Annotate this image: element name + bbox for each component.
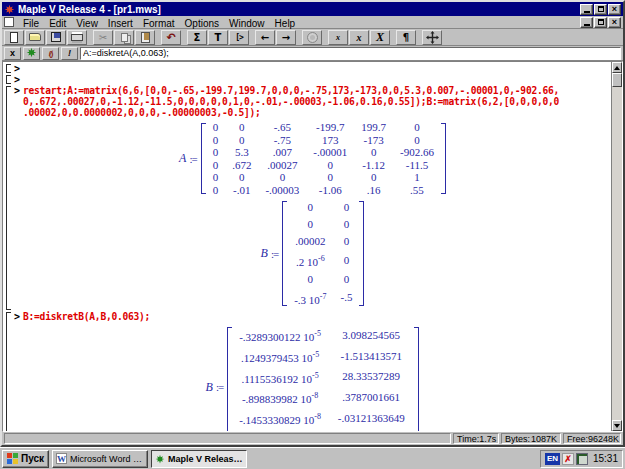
matrix-cell: .007 <box>258 146 306 159</box>
taskbar-item-maple[interactable]: Maple V Release 4 - [... <box>151 450 247 468</box>
zoom-large-button[interactable]: X <box>370 30 390 45</box>
prev-group-button[interactable]: ← <box>255 30 275 45</box>
menubar: FileEditViewInsertFormatOptionsWindowHel… <box>2 16 623 29</box>
matrix-cell: 0 <box>354 171 393 184</box>
matrix-row: .1249379453 10-5-1.513413571 <box>232 346 414 367</box>
taskbar-item-word[interactable]: W Microsoft Word - CCO <box>52 450 148 468</box>
matrix-row: -.1374973116 10-7-.004971301410 <box>232 429 414 431</box>
document-icon[interactable] <box>4 17 14 27</box>
worksheet[interactable]: >>>restart;A:=matrix(6,6,[0,0,-.65,-199.… <box>3 62 611 431</box>
open-button[interactable] <box>25 30 45 45</box>
scroll-up-button[interactable] <box>612 62 622 73</box>
menu-format[interactable]: Format <box>138 18 180 29</box>
menu-edit[interactable]: Edit <box>44 18 71 29</box>
menu-view[interactable]: View <box>71 18 103 29</box>
matrix-cell: -.004971301410 <box>328 429 414 431</box>
next-group-button[interactable]: → <box>276 30 296 45</box>
zoom-medium-button[interactable]: x <box>349 30 369 45</box>
expression-input[interactable] <box>80 47 621 60</box>
child-close-button[interactable]: × <box>608 17 621 28</box>
scroll-thumb[interactable] <box>612 73 622 87</box>
execute-button[interactable]: ! <box>61 47 78 60</box>
matrix-row: .000020 <box>287 233 359 250</box>
keyboard-layout-icon[interactable] <box>576 453 588 465</box>
exclamation-icon: ! <box>68 48 71 58</box>
show-marks-button[interactable]: ¶ <box>396 30 416 45</box>
task-label: Maple V Release 4 - [... <box>168 454 243 464</box>
matrix-cell: -.3289300122 10-5 <box>232 325 328 346</box>
print-button[interactable] <box>67 30 87 45</box>
start-button[interactable]: Пуск <box>2 450 49 468</box>
child-restore-button[interactable] <box>594 17 607 28</box>
close-button[interactable]: × <box>608 4 621 15</box>
execution-group: >restart;A:=matrix(6,6,[0,0,-.65,-199.7,… <box>5 85 611 311</box>
matrix-cell: 173 <box>306 134 354 147</box>
child-minimize-button[interactable] <box>580 17 593 28</box>
menu-insert[interactable]: Insert <box>103 18 138 29</box>
vertical-scrollbar[interactable] <box>611 62 622 431</box>
matrix-cell: -.5 <box>334 288 360 309</box>
input-prompt: > <box>14 74 20 85</box>
new-button[interactable] <box>4 30 24 45</box>
execution-group: > <box>5 74 611 85</box>
matrix-cell: 0 <box>206 134 226 147</box>
down-arrow-icon <box>614 424 620 428</box>
maple-input-button[interactable]: [> <box>229 30 249 45</box>
matrix-cell: -.3 10-7 <box>287 288 333 309</box>
restore-button[interactable] <box>594 4 607 15</box>
maple-window: Maple V Release 4 - [pr1.mws] × FileEdit… <box>0 0 625 447</box>
matrix-cell: -.03121363649 <box>328 408 414 429</box>
menu-options[interactable]: Options <box>180 18 224 29</box>
matrix-cell: -.1374973116 10-7 <box>232 429 328 431</box>
matrix-cell: -199.7 <box>306 121 354 134</box>
save-button[interactable] <box>46 30 66 45</box>
scroll-down-button[interactable] <box>612 420 622 431</box>
scroll-trough[interactable] <box>612 87 622 420</box>
sum-button[interactable]: Σ <box>187 30 207 45</box>
standard-math-button[interactable]: (∕) <box>42 47 59 60</box>
inert-math-button[interactable]: x <box>4 47 21 60</box>
command-input[interactable]: restart;A:=matrix(6,6,[0,0,-.65,-199.7,1… <box>23 85 559 96</box>
minimize-button[interactable] <box>580 4 593 15</box>
status-free-panel: Free: 96248K <box>563 433 621 444</box>
matrix-cell: .55 <box>393 184 441 197</box>
group-bracket <box>6 75 11 84</box>
evaluate-leaf-button[interactable] <box>23 47 40 60</box>
clock[interactable]: 15:31 <box>590 453 618 464</box>
matrix-table: 0000.000020.2 10-6000-.3 10-7-.5 <box>287 199 359 308</box>
matrix-row: 00 <box>287 216 359 233</box>
matrix-row: 0.672.000270-1.12-11.5 <box>206 159 441 172</box>
command-input[interactable]: B:=diskretB(A,B,0.063); <box>23 311 150 322</box>
separate-view-button[interactable] <box>422 30 442 45</box>
sigma-icon: Σ <box>194 31 201 44</box>
matrix-cell: 0 <box>225 121 258 134</box>
right-arrow-icon: → <box>282 31 290 44</box>
paste-icon <box>141 32 150 43</box>
matrix-label: A <box>179 151 186 166</box>
inert-math-label: x <box>10 48 15 58</box>
four-way-arrow-icon <box>426 31 439 44</box>
menu-file[interactable]: File <box>18 18 44 29</box>
language-indicator[interactable]: EN <box>545 453 560 465</box>
undo-button[interactable]: ↶ <box>161 30 181 45</box>
menu-help[interactable]: Help <box>270 18 301 29</box>
zoom-small-button[interactable]: x <box>328 30 348 45</box>
muted-status-icon[interactable]: ✗ <box>562 453 574 465</box>
matrix-cell: 5.3 <box>225 146 258 159</box>
save-floppy-icon <box>51 32 61 42</box>
bytes-value: 1087K <box>531 434 557 444</box>
matrix-row: .1115536192 10-528.33537289 <box>232 367 414 388</box>
group-bracket <box>6 64 11 73</box>
menu-window[interactable]: Window <box>224 18 270 29</box>
command-input[interactable]: 0,.672,.00027,0,-1.12,-11.5,0,0,0,0,0,1,… <box>14 96 611 107</box>
maple-leaf-icon <box>26 47 37 60</box>
matrix-cell: 0 <box>206 146 226 159</box>
command-input[interactable]: .00002,0,0.0000002,0,0,0,-.00000003,-0.5… <box>14 107 611 118</box>
matrix-cell: 0 <box>334 271 360 288</box>
text-mode-button[interactable]: T <box>208 30 228 45</box>
matrix-row: 05.3.007-.000010-902.66 <box>206 146 441 159</box>
matrix-cell: 0 <box>287 199 333 216</box>
matrix-cell: 199.7 <box>354 121 393 134</box>
matrix-cell: -.898839982 10-8 <box>232 387 328 408</box>
matrix-cell: 0 <box>334 250 360 271</box>
